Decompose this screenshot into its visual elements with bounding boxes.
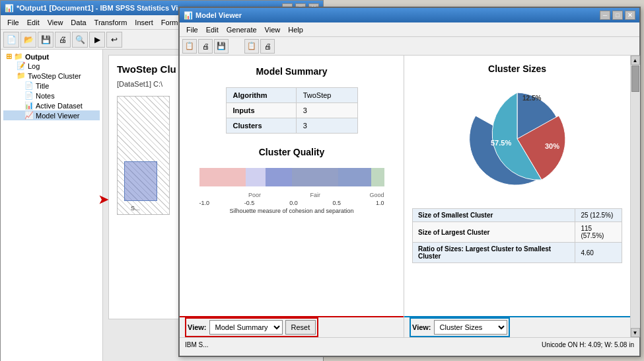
sidebar-output-icon: 📁 [14, 52, 23, 61]
inputs-value: 3 [296, 103, 357, 118]
mv-maximize-button[interactable]: □ [612, 11, 623, 20]
mv-right-content: Cluster Sizes 57.5% 30% 12.5% [404, 56, 630, 316]
pie-label-57: 57.5% [491, 139, 511, 147]
sidebar-dataset-label: Active Dataset [36, 102, 83, 110]
pie-chart: 57.5% 30% 12.5% [451, 79, 583, 198]
sidebar-item-dataset[interactable]: 📊 Active Dataset [3, 100, 100, 110]
mv-status-left: IBM S... [185, 341, 209, 348]
pie-label-125: 12.5% [522, 95, 541, 102]
smallest-value: 25 (12.5%) [575, 209, 622, 222]
mv-right-panel: Cluster Sizes 57.5% 30% 12.5% [404, 56, 630, 337]
view-dropdown-left[interactable]: Model Summary Cluster Sizes [209, 320, 283, 335]
hatched-bar [124, 161, 157, 201]
axis-05: 0.5 [333, 200, 341, 206]
mv-toolbar-btn2[interactable]: 🖨 [198, 39, 213, 54]
mv-menu-edit[interactable]: Edit [202, 24, 223, 35]
mv-toolbar-btn3[interactable]: 💾 [214, 39, 229, 54]
search-button[interactable]: 🔍 [72, 32, 88, 48]
good-text: Good [369, 192, 384, 198]
spss-title-text: *Output1 [Document1] - IBM SPSS Statisti… [17, 4, 194, 12]
mv-toolbar-btn5[interactable]: 🖨 [260, 39, 275, 54]
table-row: Clusters 3 [226, 118, 357, 134]
axis-1: 1.0 [376, 200, 384, 206]
pie-label-30: 30% [545, 142, 559, 150]
sidebar-item-modelviewer[interactable]: 📈 Model Viewer [3, 110, 100, 120]
mv-menu-file[interactable]: File [182, 24, 202, 35]
mv-menubar: File Edit Generate View Help [180, 22, 639, 37]
mv-panel-content: Model Summary Algorithm TwoStep Inputs 3… [180, 56, 404, 316]
ratio-label: Ratio of Sizes: Largest Cluster to Small… [413, 243, 575, 263]
ratio-value: 4.60 [575, 243, 622, 263]
print-button[interactable]: 🖨 [55, 32, 71, 48]
mv-toolbar-btn1[interactable]: 📋 [182, 39, 197, 54]
scroll-down-button[interactable]: ▼ [631, 328, 640, 337]
mv-titlebar: 📊 Model Viewer ─ □ ✕ [180, 8, 639, 22]
largest-value: 115 (57.5%) [575, 222, 622, 243]
mv-scrollbar: ▲ ▼ [630, 56, 639, 337]
smallest-label: Size of Smallest Cluster [413, 209, 575, 222]
mv-left-footer: View: Model Summary Cluster Sizes Reset [180, 316, 404, 337]
largest-label: Size of Largest Cluster [413, 222, 575, 243]
undo-button[interactable]: ↩ [106, 32, 122, 48]
table-row: Inputs 3 [226, 103, 357, 118]
cluster-quality-title: Cluster Quality [190, 147, 393, 157]
new-button[interactable]: 📄 [3, 32, 19, 48]
footer-outline-left: View: Model Summary Cluster Sizes Reset [185, 317, 318, 337]
algorithm-label: Algorithm [226, 88, 296, 103]
mv-title-buttons: ─ □ ✕ [600, 11, 635, 20]
mv-menu-help[interactable]: Help [284, 24, 307, 35]
mv-close-button[interactable]: ✕ [625, 11, 635, 20]
quality-labels: Poor Fair Good [199, 192, 384, 198]
sidebar-item-title[interactable]: 📄 Title [3, 81, 100, 91]
menu-insert[interactable]: Insert [131, 17, 157, 28]
sidebar-output-label[interactable]: Output [25, 53, 49, 61]
mv-left-panel: Model Summary Algorithm TwoStep Inputs 3… [180, 56, 404, 337]
view-label-left: View: [188, 323, 207, 331]
save-button[interactable]: 💾 [38, 32, 54, 48]
cluster-sizes-title: Cluster Sizes [412, 63, 622, 74]
bar-poor [199, 168, 246, 186]
mv-menu-view[interactable]: View [261, 24, 285, 35]
scroll-up-button[interactable]: ▲ [631, 56, 640, 65]
scroll-thumb[interactable] [631, 65, 639, 92]
algorithm-value: TwoStep [296, 88, 357, 103]
tree-root: ⊞ 📁 Output [3, 52, 100, 61]
mv-icon: 📊 [184, 11, 193, 20]
axis-0: 0.0 [289, 200, 298, 206]
cluster-table: Size of Smallest Cluster 25 (12.5%) Size… [412, 208, 622, 263]
mv-minimize-button[interactable]: ─ [600, 11, 610, 20]
sidebar-log-label: Log [28, 62, 40, 70]
mv-statusbar: IBM S... Unicode ON H: 4.09; W: 5.08 in [180, 337, 639, 352]
fair-text: Fair [310, 192, 320, 198]
run-button[interactable]: ▶ [89, 32, 105, 48]
mv-right-footer: View: Cluster Sizes Model Summary [404, 316, 630, 337]
open-button[interactable]: 📂 [20, 32, 36, 48]
reset-button[interactable]: Reset [285, 320, 316, 335]
folder-icon: 📁 [17, 71, 26, 80]
clusters-value: 3 [296, 118, 357, 134]
mv-toolbar-btn4[interactable]: 📋 [244, 39, 259, 54]
sidebar-item-twostep[interactable]: 📁 TwoStep Cluster [3, 71, 100, 81]
silhouette-label: Silhouette measure of cohesion and separ… [190, 208, 393, 214]
menu-transform[interactable]: Transform [90, 17, 131, 28]
menu-data[interactable]: Data [67, 17, 90, 28]
mv-status-right: Unicode ON H: 4.09; W: 5.08 in [542, 341, 634, 348]
log-icon: 📝 [17, 61, 26, 70]
inputs-label: Inputs [226, 103, 296, 118]
table-row: Size of Largest Cluster 115 (57.5%) [413, 222, 622, 243]
view-dropdown-right[interactable]: Cluster Sizes Model Summary [434, 320, 507, 335]
quality-bar-container [199, 168, 384, 186]
menu-view[interactable]: View [44, 17, 67, 28]
menu-file[interactable]: File [3, 17, 23, 28]
plus-icon: ⊞ [6, 52, 12, 61]
mv-menu-generate[interactable]: Generate [223, 24, 261, 35]
menu-edit[interactable]: Edit [23, 17, 44, 28]
scroll-track [631, 65, 640, 328]
sidebar-twostep-label: TwoStep Cluster [28, 72, 81, 80]
sidebar-item-notes[interactable]: 📄 Notes [3, 91, 100, 100]
clusters-label: Clusters [226, 118, 296, 134]
sidebar-item-log[interactable]: 📝 Log [3, 61, 100, 71]
table-row: Algorithm TwoStep [226, 88, 357, 103]
hatched-label: S... [131, 205, 140, 212]
summary-table: Algorithm TwoStep Inputs 3 Clusters 3 [226, 87, 358, 134]
